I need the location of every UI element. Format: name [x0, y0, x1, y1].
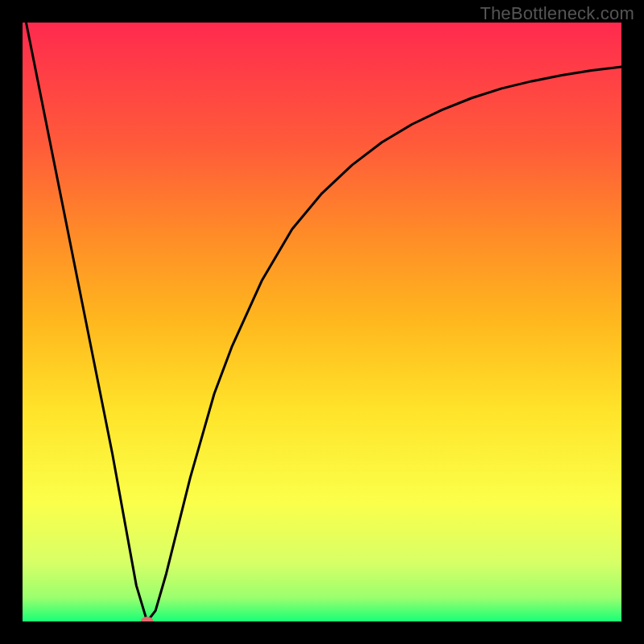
chart-frame: TheBottleneck.com — [0, 0, 644, 644]
gradient-background — [23, 23, 621, 621]
watermark-text: TheBottleneck.com — [480, 3, 634, 24]
plot-area — [23, 23, 621, 621]
chart-svg — [23, 23, 621, 621]
